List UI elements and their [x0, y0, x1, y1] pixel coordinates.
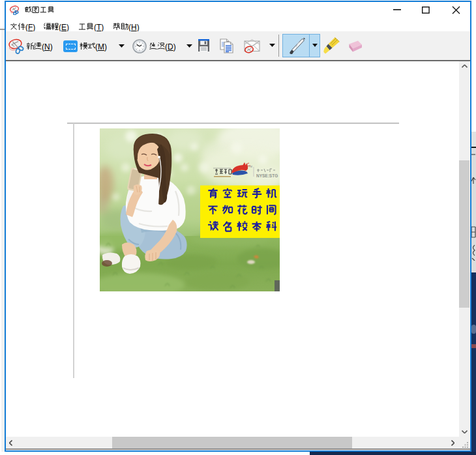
- svg-text:NYSE:STG: NYSE:STG: [256, 173, 278, 178]
- svg-text:TM: TM: [248, 165, 252, 168]
